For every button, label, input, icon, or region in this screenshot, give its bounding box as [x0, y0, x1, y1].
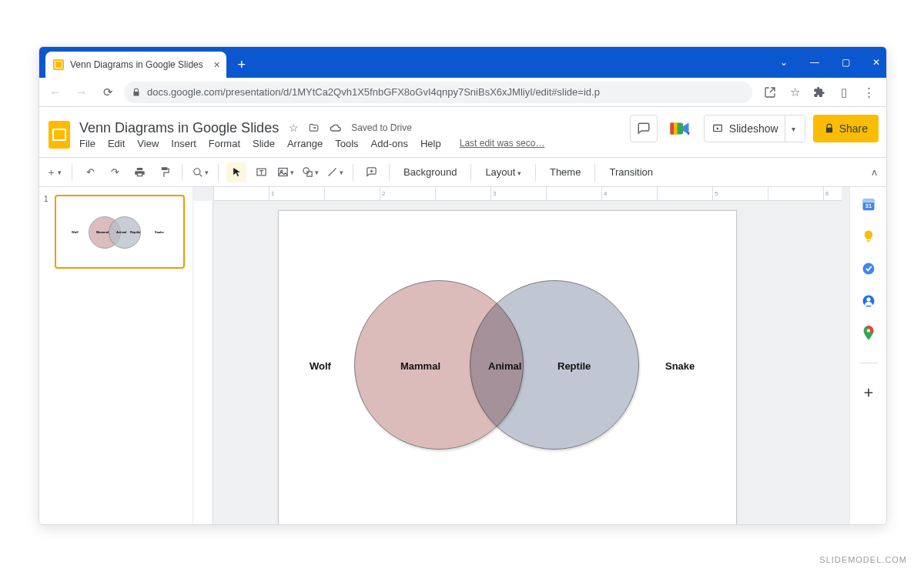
share-url-icon[interactable] [763, 85, 777, 99]
svg-point-16 [866, 297, 870, 301]
ruler-horizontal: 1 2 3 4 5 6 7 8 9 [213, 187, 842, 201]
menu-view[interactable]: View [137, 138, 159, 149]
minimize-icon[interactable]: ― [809, 57, 820, 68]
menu-file[interactable]: File [79, 138, 95, 149]
extensions-icon[interactable] [812, 85, 826, 99]
svg-point-5 [193, 168, 199, 174]
reading-list-icon[interactable]: ▯ [837, 85, 851, 99]
menu-slide[interactable]: Slide [253, 138, 275, 149]
menu-help[interactable]: Help [420, 138, 441, 149]
close-tab-icon[interactable]: × [214, 59, 220, 71]
save-status: Saved to Drive [351, 122, 412, 133]
forward-button[interactable]: → [72, 82, 92, 102]
toolbar: ＋ ↶ ↷ Back [39, 158, 886, 187]
cloud-saved-icon [330, 123, 343, 132]
move-icon[interactable] [308, 122, 322, 133]
keep-icon[interactable] [861, 229, 876, 244]
lock-icon [132, 88, 141, 97]
label-outside-right[interactable]: Snake [665, 360, 695, 372]
theme-button[interactable]: Theme [544, 166, 587, 178]
svg-rect-7 [279, 169, 287, 176]
comment-tool[interactable] [361, 162, 381, 182]
textbox-tool[interactable] [251, 162, 271, 182]
browser-titlebar: Venn Diagrams in Google Slides × + ⌄ ― ▢… [39, 47, 886, 78]
ruler-vertical [193, 201, 213, 524]
slideshow-label: Slideshow [729, 122, 778, 135]
print-button[interactable] [129, 162, 149, 182]
paint-format-button[interactable] [154, 162, 174, 182]
address-bar: ← → ⟳ docs.google.com/presentation/d/1MY… [39, 78, 886, 107]
shape-tool[interactable] [300, 162, 320, 182]
menu-insert[interactable]: Insert [171, 138, 196, 149]
label-outside-left[interactable]: Wolf [310, 360, 331, 372]
last-edit-link[interactable]: Last edit was seco… [460, 138, 545, 149]
menu-tools[interactable]: Tools [335, 138, 358, 149]
undo-button[interactable]: ↶ [80, 162, 100, 182]
workspace: 1 Wolf Mammal Animal Reptile Snake 1 2 [39, 187, 886, 524]
maximize-icon[interactable]: ▢ [840, 57, 851, 68]
add-addon-icon[interactable] [861, 385, 876, 400]
side-panel: 31 [849, 187, 886, 524]
slide-thumbnail-1[interactable]: Wolf Mammal Animal Reptile Snake [55, 195, 185, 269]
collapse-toolbar-icon[interactable]: ʌ [872, 167, 877, 178]
comments-button[interactable] [630, 115, 658, 142]
slides-logo-icon[interactable] [47, 119, 72, 150]
label-right-circle[interactable]: Reptile [557, 360, 591, 372]
transition-button[interactable]: Transition [603, 166, 659, 178]
select-tool[interactable] [226, 162, 246, 182]
new-slide-button[interactable]: ＋ [44, 162, 64, 182]
menu-edit[interactable]: Edit [108, 138, 125, 149]
slideshow-dropdown-icon[interactable]: ▾ [785, 115, 802, 142]
canvas-area[interactable]: 1 2 3 4 5 6 7 8 9 Wolf Mammal Animal Rep… [193, 187, 849, 524]
calendar-icon[interactable]: 31 [861, 196, 876, 212]
contacts-icon[interactable] [861, 293, 876, 309]
share-button[interactable]: Share [813, 115, 879, 142]
venn-diagram[interactable]: Wolf Mammal Animal Reptile Snake [279, 280, 736, 457]
maps-icon[interactable] [861, 326, 876, 341]
tab-title: Venn Diagrams in Google Slides [70, 59, 203, 70]
new-tab-button[interactable]: + [231, 54, 253, 75]
svg-point-17 [866, 329, 869, 332]
svg-text:▾: ▾ [686, 130, 689, 137]
label-left-circle[interactable]: Mammal [400, 360, 440, 372]
app-header: Venn Diagrams in Google Slides ☆ Saved t… [39, 107, 886, 158]
star-icon[interactable]: ☆ [286, 122, 300, 134]
filmstrip: 1 Wolf Mammal Animal Reptile Snake [39, 187, 193, 524]
close-window-icon[interactable]: ✕ [871, 57, 882, 68]
reload-button[interactable]: ⟳ [98, 82, 118, 102]
slideshow-button[interactable]: Slideshow ▾ [704, 115, 805, 142]
zoom-button[interactable] [190, 162, 210, 182]
image-tool[interactable] [276, 162, 296, 182]
svg-text:31: 31 [865, 202, 871, 209]
meet-button[interactable]: ▾ [665, 115, 696, 142]
svg-rect-2 [670, 123, 674, 135]
browser-tab[interactable]: Venn Diagrams in Google Slides × [45, 52, 226, 78]
label-intersection[interactable]: Animal [488, 360, 521, 372]
menu-arrange[interactable]: Arrange [287, 138, 323, 149]
chrome-menu-icon[interactable]: ⋮ [862, 85, 875, 99]
slide-number: 1 [44, 195, 50, 269]
menu-format[interactable]: Format [209, 138, 240, 149]
svg-point-9 [303, 168, 310, 174]
tasks-icon[interactable] [861, 261, 876, 276]
background-button[interactable]: Background [397, 166, 463, 178]
svg-rect-10 [307, 172, 312, 176]
menu-addons[interactable]: Add-ons [371, 138, 408, 149]
watermark: SLIDEMODEL.COM [819, 555, 907, 564]
window-controls: ⌄ ― ▢ ✕ [778, 47, 882, 78]
document-title[interactable]: Venn Diagrams in Google Slides [79, 120, 279, 136]
bookmark-star-icon[interactable]: ☆ [788, 85, 802, 99]
browser-window: Venn Diagrams in Google Slides × + ⌄ ― ▢… [38, 46, 887, 525]
url-field[interactable]: docs.google.com/presentation/d/1MYtCa2Qv… [124, 82, 752, 103]
url-text: docs.google.com/presentation/d/1MYtCa2Qv… [147, 86, 600, 98]
redo-button[interactable]: ↷ [105, 162, 125, 182]
share-label: Share [839, 122, 868, 135]
slides-favicon-icon [53, 59, 64, 70]
line-tool[interactable] [325, 162, 345, 182]
layout-button[interactable]: Layout [479, 166, 527, 178]
slide-canvas[interactable]: Wolf Mammal Animal Reptile Snake [278, 210, 737, 524]
chevron-down-icon[interactable]: ⌄ [778, 57, 789, 68]
back-button[interactable]: ← [45, 82, 65, 102]
